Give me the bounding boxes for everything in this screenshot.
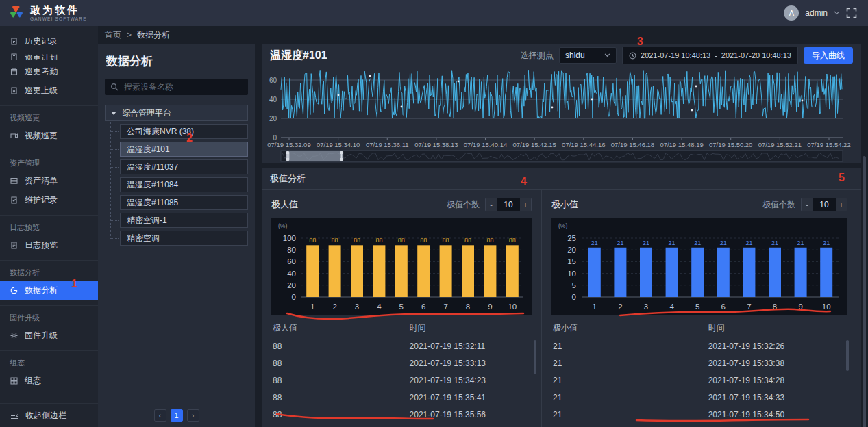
tree-node-2[interactable]: 温湿度#11037 — [120, 159, 248, 174]
tree-pagination: ‹ 1 › — [98, 409, 255, 422]
svg-text:3: 3 — [644, 302, 648, 311]
svg-text:60: 60 — [269, 77, 277, 84]
log-icon — [10, 241, 18, 250]
table-cell-value: 21 — [551, 354, 708, 372]
tree-node-4[interactable]: 温湿度#11085 — [120, 195, 248, 210]
sidebar: 历史记录 巡更计划 巡更考勤 巡更上级视频巡更 视频巡更资产管理 资产清单 维护… — [0, 26, 98, 427]
device-search-input[interactable] — [123, 81, 243, 92]
sidebar-item-asset-list[interactable]: 资产清单 — [0, 171, 98, 190]
svg-text:7: 7 — [443, 302, 447, 311]
svg-text:40: 40 — [269, 96, 277, 103]
sidebar-item-label: 固件升级 — [25, 330, 58, 341]
sidebar-group: 数据分析 数据分析 — [0, 261, 98, 306]
sidebar-item-firmware-upgrade[interactable]: 固件升级 — [0, 326, 98, 345]
sidebar-item-label: 组态 — [25, 375, 41, 387]
tree-node-0[interactable]: 公司海康NVR (38) — [120, 124, 248, 139]
min-table-header-value: 极小值 — [551, 318, 708, 337]
max-table-header-value: 极大值 — [271, 318, 409, 337]
sidebar-section-label: 组态 — [0, 352, 98, 371]
tree-node-label: 温湿度#11084 — [127, 179, 178, 191]
tree-branch: 精密空调-1 — [120, 213, 248, 228]
svg-text:21: 21 — [643, 240, 649, 246]
collapse-label: 收起侧边栏 — [25, 410, 66, 422]
table-row[interactable]: 88 2021-07-19 15:35:41 — [271, 389, 532, 406]
tree-node-6[interactable]: 精密空调 — [120, 231, 248, 246]
table-row[interactable]: 21 2021-07-19 15:34:33 — [551, 389, 847, 406]
min-count-label: 极值个数 — [762, 199, 795, 211]
sidebar-item-patrol-plan[interactable]: 巡更计划 — [0, 51, 98, 60]
video-patrol-icon — [10, 131, 18, 140]
sidebar-item-maintenance-record[interactable]: 维护记录 — [0, 190, 98, 209]
pagination-prev-button[interactable]: ‹ — [154, 409, 166, 422]
sidebar-item-history-record[interactable]: 历史记录 — [0, 31, 98, 51]
max-count-label: 极值个数 — [447, 199, 480, 211]
table-row[interactable]: 21 2021-07-19 15:32:26 — [551, 337, 847, 354]
table-cell-value: 88 — [271, 406, 409, 423]
device-search-box[interactable] — [105, 79, 248, 95]
sidebar-item-configuration[interactable]: 组态 — [0, 371, 98, 390]
firmware-icon — [10, 331, 18, 340]
username[interactable]: admin — [805, 8, 828, 18]
table-row[interactable]: 88 2021-07-19 15:34:23 — [271, 372, 532, 389]
svg-text:88: 88 — [375, 237, 382, 244]
table-cell-time: 2021-07-19 15:32:11 — [409, 337, 532, 354]
min-count-stepper: - 10 + — [801, 198, 847, 211]
chevron-down-icon[interactable] — [834, 11, 840, 15]
collapse-sidebar-button[interactable]: 收起侧边栏 — [0, 403, 98, 427]
patrol-plan-icon — [10, 53, 18, 60]
device-title: 温湿度#101 — [270, 49, 327, 63]
tree-expander-icon[interactable] — [111, 112, 116, 115]
tree-node-3[interactable]: 温湿度#11084 — [120, 177, 248, 192]
pagination-next-button[interactable]: › — [187, 409, 199, 422]
import-curve-button[interactable]: 导入曲线 — [804, 47, 853, 64]
brand-name-cn: 敢为软件 — [30, 5, 87, 15]
svg-text:07/19 15:40:14: 07/19 15:40:14 — [464, 141, 507, 148]
table-row[interactable]: 21 2021-07-19 15:34:28 — [551, 372, 847, 389]
humidity-line-chart[interactable]: 020406007/19 15:32:0907/19 15:34:1007/19… — [262, 67, 861, 163]
sidebar-item-log-preview[interactable]: 日志预览 — [0, 235, 98, 255]
sidebar-item-patrol-superior[interactable]: 巡更上级 — [0, 81, 98, 100]
breadcrumb-separator: > — [127, 30, 132, 40]
date-range-picker[interactable]: 2021-07-19 10:48:13 - 2021-07-20 10:48:1… — [622, 47, 798, 64]
table-row[interactable]: 21 2021-07-19 15:34:50 — [551, 406, 847, 423]
max-count-increase-button[interactable]: + — [520, 198, 531, 211]
min-count-decrease-button[interactable]: - — [802, 198, 813, 211]
sidebar-item-label: 历史记录 — [25, 36, 58, 47]
table-row[interactable]: 88 2021-07-19 15:33:13 — [271, 354, 532, 372]
max-count-decrease-button[interactable]: - — [486, 198, 497, 211]
svg-text:88: 88 — [420, 237, 427, 244]
sidebar-group: 固件升级 固件升级 — [0, 306, 98, 351]
min-table-scrollbar[interactable] — [846, 340, 849, 371]
svg-text:88: 88 — [398, 237, 405, 244]
breadcrumb-home[interactable]: 首页 — [105, 29, 121, 41]
point-select[interactable]: shidu — [559, 47, 617, 64]
svg-text:07/19 15:36:11: 07/19 15:36:11 — [366, 141, 409, 148]
table-cell-time: 2021-07-19 15:32:26 — [708, 337, 847, 354]
svg-text:4: 4 — [669, 302, 674, 311]
svg-text:6: 6 — [721, 302, 726, 311]
fullscreen-icon[interactable] — [846, 8, 857, 18]
pagination-page-1[interactable]: 1 — [171, 409, 183, 422]
tree-node-5[interactable]: 精密空调-1 — [120, 213, 248, 228]
table-row[interactable]: 88 2021-07-19 15:32:11 — [271, 337, 532, 354]
sidebar-item-patrol-attendance[interactable]: 巡更考勤 — [0, 62, 98, 81]
svg-text:3: 3 — [355, 302, 359, 311]
table-cell-value: 88 — [271, 354, 409, 372]
avatar[interactable]: A — [784, 5, 799, 21]
max-values-bar-chart[interactable]: (%)0204060801008818828838848858868878888… — [271, 218, 532, 315]
table-row[interactable]: 88 2021-07-19 15:35:56 — [271, 406, 532, 423]
table-cell-value: 88 — [271, 389, 409, 406]
table-row[interactable]: 21 2021-07-19 15:33:38 — [551, 354, 847, 372]
maintenance-icon — [10, 196, 18, 205]
sidebar-item-data-analysis[interactable]: 数据分析 — [0, 281, 98, 300]
svg-text:0: 0 — [273, 134, 277, 142]
brand-logo[interactable]: 敢为软件 GANWEI SOFTWARE — [8, 5, 87, 21]
sidebar-item-video-patrol[interactable]: 视频巡更 — [0, 126, 98, 145]
tree-node-1[interactable]: 温湿度#101 — [120, 142, 248, 157]
tree-root-node[interactable]: 综合管理平台 — [105, 105, 248, 121]
main-scrollbar[interactable] — [863, 156, 866, 427]
min-count-increase-button[interactable]: + — [836, 198, 847, 211]
min-values-bar-chart[interactable]: (%)0510152025211212213214215216217218219… — [551, 218, 847, 315]
max-table-scrollbar[interactable] — [534, 340, 536, 374]
sidebar-group: 资产管理 资产清单 维护记录 — [0, 151, 98, 216]
